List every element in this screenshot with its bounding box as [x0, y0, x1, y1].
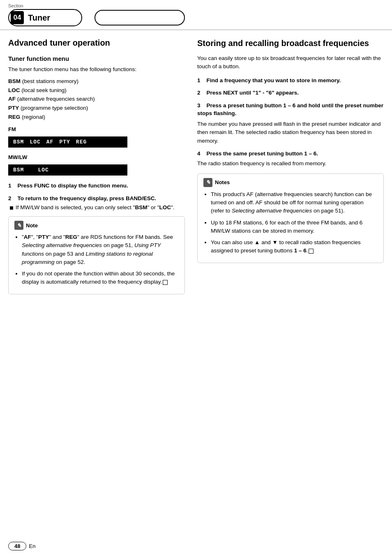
right-step4-desc: The radio station frequency is recalled …	[197, 159, 384, 168]
note-icon: ✎	[14, 221, 23, 230]
note-item-1: "AF", "PTY" and "REG" are RDS functions …	[22, 233, 179, 266]
right-step1-text: Find a frequency that you want to store …	[207, 77, 341, 83]
step2-text: To return to the frequency display, pres…	[18, 195, 157, 201]
note-item-2: If you do not operate the function withi…	[22, 270, 179, 287]
header-title: Tuner	[28, 13, 50, 23]
step2: 2 To return to the frequency display, pr…	[8, 195, 185, 210]
section-label: Section	[8, 3, 384, 8]
notes-icon: ✎	[203, 178, 212, 187]
pty-abbr: PTY	[8, 105, 19, 111]
step2-bullet: If MW/LW band is selected, you can only …	[16, 204, 175, 210]
loc-abbr: LOC	[8, 87, 20, 93]
mwlw-display: BSM LOC	[8, 164, 127, 176]
right-note-item-2: Up to 18 FM stations, 6 for each of the …	[211, 219, 378, 236]
lang-label: En	[29, 543, 35, 549]
right-step4: 4 Press the same preset tuning button 1 …	[197, 150, 384, 168]
note-list: "AF", "PTY" and "REG" are RDS functions …	[14, 233, 179, 287]
left-column: Advanced tuner operation Tuner function …	[8, 38, 185, 300]
bsm-abbr: BSM	[8, 78, 21, 84]
right-step3-desc: The number you have pressed will flash i…	[197, 120, 384, 145]
page-number-box: 48	[8, 542, 26, 550]
right-column: Storing and recalling broadcast frequenc…	[197, 38, 384, 300]
right-step1: 1 Find a frequency that you want to stor…	[197, 77, 384, 85]
right-step3: 3 Press a preset tuning button 1 – 6 and…	[197, 102, 384, 145]
right-note-item-3: You can also use ▲ and ▼ to recall radio…	[211, 238, 378, 255]
right-note-list: This product's AF (alternative frequenci…	[203, 190, 378, 255]
note-box-title: Note	[26, 222, 38, 229]
footer: 48 En	[8, 542, 35, 550]
notes-box-title: Notes	[215, 179, 230, 185]
right-step2-text: Press NEXT until "1" - "6" appears.	[207, 90, 299, 96]
sq-bullet-icon	[10, 206, 13, 210]
af-abbr: AF	[8, 96, 16, 102]
right-main-title: Storing and recalling broadcast frequenc…	[197, 38, 384, 49]
reg-abbr: REG	[8, 114, 20, 120]
right-step3-text: Press a preset tuning button 1 – 6 and h…	[197, 102, 383, 116]
loc-desc: (local seek tuning)	[20, 87, 67, 93]
left-main-title: Advanced tuner operation	[8, 38, 185, 48]
mwlw-label: MW/LW	[8, 154, 185, 160]
right-step4-text: Press the same preset tuning button 1 – …	[207, 150, 318, 157]
right-note-item-1: This product's AF (alternative frequenci…	[211, 190, 378, 215]
right-intro: You can easily store up to six broadcast…	[197, 54, 384, 71]
pty-desc: (programme type selection)	[19, 105, 88, 111]
fm-label: FM	[8, 126, 185, 132]
reg-desc: (regional)	[20, 114, 45, 120]
fm-display: BSM LOC AF PTY REG	[8, 136, 127, 148]
section-number: 04	[11, 11, 24, 24]
functions-list: BSM (best stations memory) LOC (local se…	[8, 77, 185, 121]
bsm-desc: (best stations memory)	[21, 78, 78, 84]
right-notes-box: ✎ Notes This product's AF (alternative f…	[197, 173, 384, 263]
note-box: ✎ Note "AF", "PTY" and "REG" are RDS fun…	[8, 216, 185, 294]
tuner-intro: The tuner function menu has the followin…	[8, 65, 185, 74]
right-step2: 2 Press NEXT until "1" - "6" appears.	[197, 89, 384, 97]
section-badge: 04 Tuner	[8, 9, 82, 26]
tuner-function-menu-title: Tuner function menu	[8, 55, 185, 62]
af-desc: (alternative frequencies search)	[16, 96, 95, 102]
step1: 1 Press FUNC to display the function men…	[8, 182, 185, 190]
step1-text: Press FUNC to display the function menu.	[18, 183, 128, 189]
header-right-box	[95, 10, 185, 25]
